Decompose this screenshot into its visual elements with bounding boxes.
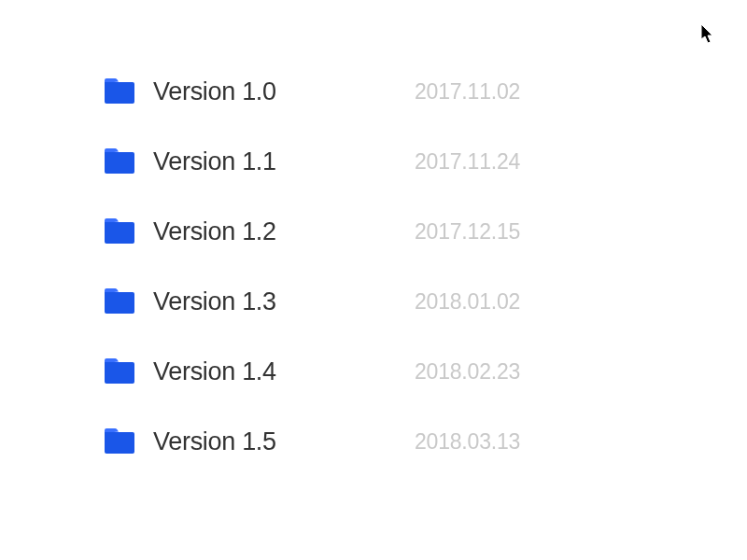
folder-label: Version 1.1 xyxy=(153,147,415,176)
folder-icon xyxy=(103,286,134,317)
folder-label: Version 1.2 xyxy=(153,217,415,246)
cursor-icon xyxy=(701,24,715,45)
folder-list: Version 1.0 2017.11.02 Version 1.1 2017.… xyxy=(103,73,747,460)
folder-icon xyxy=(103,356,134,387)
folder-date: 2017.12.15 xyxy=(415,219,520,245)
list-item[interactable]: Version 1.5 2018.03.13 xyxy=(103,423,747,460)
folder-date: 2018.01.02 xyxy=(415,289,520,315)
list-item[interactable]: Version 1.1 2017.11.24 xyxy=(103,143,747,180)
folder-icon xyxy=(103,146,134,177)
list-item[interactable]: Version 1.3 2018.01.02 xyxy=(103,283,747,320)
folder-label: Version 1.3 xyxy=(153,287,415,316)
folder-icon xyxy=(103,426,134,457)
folder-date: 2017.11.24 xyxy=(415,149,520,175)
list-item[interactable]: Version 1.4 2018.02.23 xyxy=(103,353,747,390)
folder-date: 2018.02.23 xyxy=(415,359,520,385)
folder-label: Version 1.4 xyxy=(153,357,415,386)
folder-icon xyxy=(103,76,134,107)
folder-date: 2018.03.13 xyxy=(415,429,520,455)
folder-icon xyxy=(103,216,134,247)
folder-date: 2017.11.02 xyxy=(415,79,520,105)
list-item[interactable]: Version 1.0 2017.11.02 xyxy=(103,73,747,110)
folder-label: Version 1.5 xyxy=(153,427,415,456)
folder-label: Version 1.0 xyxy=(153,77,415,106)
list-item[interactable]: Version 1.2 2017.12.15 xyxy=(103,213,747,250)
